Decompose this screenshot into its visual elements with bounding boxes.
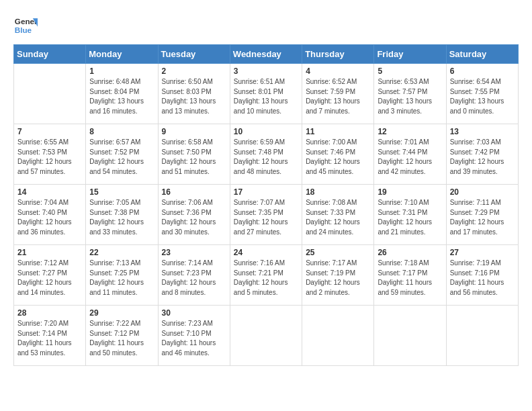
calendar-cell: 29 Sunrise: 7:22 AMSunset: 7:12 PMDaylig…	[86, 306, 158, 366]
calendar-cell: 20 Sunrise: 7:11 AMSunset: 7:29 PMDaylig…	[446, 185, 518, 245]
day-info: Sunrise: 7:05 AMSunset: 7:38 PMDaylight:…	[89, 199, 144, 236]
day-number: 2	[162, 66, 226, 76]
day-number: 24	[234, 248, 298, 257]
day-number: 18	[306, 187, 370, 197]
weekday-header: Wednesday	[230, 45, 302, 64]
day-number: 23	[162, 248, 226, 257]
svg-text:Blue: Blue	[15, 26, 32, 34]
calendar-cell: 23 Sunrise: 7:14 AMSunset: 7:23 PMDaylig…	[158, 245, 230, 306]
day-info: Sunrise: 7:07 AMSunset: 7:35 PMDaylight:…	[234, 199, 288, 236]
calendar-cell: 3 Sunrise: 6:51 AMSunset: 8:01 PMDayligh…	[230, 64, 302, 124]
logo-icon: General Blue	[13, 13, 38, 38]
calendar-cell: 8 Sunrise: 6:57 AMSunset: 7:52 PMDayligh…	[86, 124, 158, 185]
day-number: 15	[89, 187, 154, 197]
calendar-cell: 12 Sunrise: 7:01 AMSunset: 7:44 PMDaylig…	[374, 124, 446, 185]
calendar: SundayMondayTuesdayWednesdayThursdayFrid…	[13, 44, 519, 366]
calendar-cell	[302, 306, 374, 366]
day-info: Sunrise: 7:19 AMSunset: 7:16 PMDaylight:…	[450, 259, 504, 296]
day-number: 25	[306, 248, 370, 257]
day-number: 10	[234, 127, 298, 136]
calendar-cell: 19 Sunrise: 7:10 AMSunset: 7:31 PMDaylig…	[374, 185, 446, 245]
day-number: 21	[17, 248, 82, 257]
calendar-cell: 16 Sunrise: 7:06 AMSunset: 7:36 PMDaylig…	[158, 185, 230, 245]
logo: General Blue	[13, 13, 38, 38]
day-info: Sunrise: 7:22 AMSunset: 7:12 PMDaylight:…	[89, 320, 144, 357]
day-number: 29	[89, 308, 154, 318]
day-number: 27	[450, 248, 515, 257]
calendar-cell: 30 Sunrise: 7:23 AMSunset: 7:10 PMDaylig…	[158, 306, 230, 366]
day-info: Sunrise: 7:20 AMSunset: 7:14 PMDaylight:…	[17, 320, 72, 357]
day-info: Sunrise: 7:23 AMSunset: 7:10 PMDaylight:…	[162, 320, 216, 357]
calendar-cell: 18 Sunrise: 7:08 AMSunset: 7:33 PMDaylig…	[302, 185, 374, 245]
day-number: 7	[17, 127, 82, 136]
day-number: 20	[450, 187, 515, 197]
day-info: Sunrise: 6:50 AMSunset: 8:03 PMDaylight:…	[162, 78, 216, 115]
day-number: 11	[306, 127, 370, 136]
week-row: 7 Sunrise: 6:55 AMSunset: 7:53 PMDayligh…	[14, 124, 519, 185]
day-info: Sunrise: 7:03 AMSunset: 7:42 PMDaylight:…	[450, 138, 504, 175]
calendar-cell: 11 Sunrise: 7:00 AMSunset: 7:46 PMDaylig…	[302, 124, 374, 185]
day-number: 4	[306, 66, 370, 76]
weekday-header: Saturday	[446, 45, 518, 64]
calendar-cell: 14 Sunrise: 7:04 AMSunset: 7:40 PMDaylig…	[14, 185, 86, 245]
week-row: 28 Sunrise: 7:20 AMSunset: 7:14 PMDaylig…	[14, 306, 519, 366]
calendar-cell: 10 Sunrise: 6:59 AMSunset: 7:48 PMDaylig…	[230, 124, 302, 185]
week-row: 1 Sunrise: 6:48 AMSunset: 8:04 PMDayligh…	[14, 64, 519, 124]
day-number: 19	[378, 187, 442, 197]
weekday-header: Friday	[374, 45, 446, 64]
day-info: Sunrise: 6:59 AMSunset: 7:48 PMDaylight:…	[234, 138, 288, 175]
calendar-cell: 2 Sunrise: 6:50 AMSunset: 8:03 PMDayligh…	[158, 64, 230, 124]
day-info: Sunrise: 7:13 AMSunset: 7:25 PMDaylight:…	[89, 259, 144, 296]
day-info: Sunrise: 6:52 AMSunset: 7:59 PMDaylight:…	[306, 78, 360, 115]
day-number: 9	[162, 127, 226, 136]
day-number: 12	[378, 127, 442, 136]
day-number: 26	[378, 248, 442, 257]
day-number: 6	[450, 66, 515, 76]
day-number: 5	[378, 66, 442, 76]
week-row: 21 Sunrise: 7:12 AMSunset: 7:27 PMDaylig…	[14, 245, 519, 306]
day-info: Sunrise: 7:12 AMSunset: 7:27 PMDaylight:…	[17, 259, 72, 296]
calendar-cell: 15 Sunrise: 7:05 AMSunset: 7:38 PMDaylig…	[86, 185, 158, 245]
calendar-cell: 4 Sunrise: 6:52 AMSunset: 7:59 PMDayligh…	[302, 64, 374, 124]
calendar-cell: 7 Sunrise: 6:55 AMSunset: 7:53 PMDayligh…	[14, 124, 86, 185]
calendar-cell: 27 Sunrise: 7:19 AMSunset: 7:16 PMDaylig…	[446, 245, 518, 306]
calendar-cell: 22 Sunrise: 7:13 AMSunset: 7:25 PMDaylig…	[86, 245, 158, 306]
day-info: Sunrise: 7:18 AMSunset: 7:17 PMDaylight:…	[378, 259, 432, 296]
day-info: Sunrise: 6:53 AMSunset: 7:57 PMDaylight:…	[378, 78, 432, 115]
day-info: Sunrise: 7:04 AMSunset: 7:40 PMDaylight:…	[17, 199, 72, 236]
calendar-cell	[374, 306, 446, 366]
calendar-cell: 17 Sunrise: 7:07 AMSunset: 7:35 PMDaylig…	[230, 185, 302, 245]
day-number: 8	[89, 127, 154, 136]
day-number: 16	[162, 187, 226, 197]
day-info: Sunrise: 7:14 AMSunset: 7:23 PMDaylight:…	[162, 259, 216, 296]
day-info: Sunrise: 6:51 AMSunset: 8:01 PMDaylight:…	[234, 78, 288, 115]
calendar-cell: 5 Sunrise: 6:53 AMSunset: 7:57 PMDayligh…	[374, 64, 446, 124]
week-row: 14 Sunrise: 7:04 AMSunset: 7:40 PMDaylig…	[14, 185, 519, 245]
svg-text:General: General	[15, 17, 38, 26]
day-info: Sunrise: 7:16 AMSunset: 7:21 PMDaylight:…	[234, 259, 288, 296]
day-info: Sunrise: 7:10 AMSunset: 7:31 PMDaylight:…	[378, 199, 432, 236]
calendar-cell	[446, 306, 518, 366]
day-info: Sunrise: 6:58 AMSunset: 7:50 PMDaylight:…	[162, 138, 216, 175]
day-info: Sunrise: 7:08 AMSunset: 7:33 PMDaylight:…	[306, 199, 360, 236]
header: General Blue	[13, 13, 519, 38]
weekday-header: Thursday	[302, 45, 374, 64]
day-info: Sunrise: 6:57 AMSunset: 7:52 PMDaylight:…	[89, 138, 144, 175]
day-number: 30	[162, 308, 226, 318]
calendar-cell: 28 Sunrise: 7:20 AMSunset: 7:14 PMDaylig…	[14, 306, 86, 366]
calendar-cell	[230, 306, 302, 366]
day-number: 17	[234, 187, 298, 197]
calendar-cell: 1 Sunrise: 6:48 AMSunset: 8:04 PMDayligh…	[86, 64, 158, 124]
calendar-header-row: SundayMondayTuesdayWednesdayThursdayFrid…	[14, 45, 519, 64]
weekday-header: Tuesday	[158, 45, 230, 64]
calendar-cell: 13 Sunrise: 7:03 AMSunset: 7:42 PMDaylig…	[446, 124, 518, 185]
day-info: Sunrise: 6:55 AMSunset: 7:53 PMDaylight:…	[17, 138, 72, 175]
day-number: 13	[450, 127, 515, 136]
day-info: Sunrise: 6:54 AMSunset: 7:55 PMDaylight:…	[450, 78, 504, 115]
calendar-cell: 25 Sunrise: 7:17 AMSunset: 7:19 PMDaylig…	[302, 245, 374, 306]
day-number: 14	[17, 187, 82, 197]
calendar-cell: 21 Sunrise: 7:12 AMSunset: 7:27 PMDaylig…	[14, 245, 86, 306]
day-info: Sunrise: 7:01 AMSunset: 7:44 PMDaylight:…	[378, 138, 432, 175]
weekday-header: Sunday	[14, 45, 86, 64]
calendar-cell: 26 Sunrise: 7:18 AMSunset: 7:17 PMDaylig…	[374, 245, 446, 306]
